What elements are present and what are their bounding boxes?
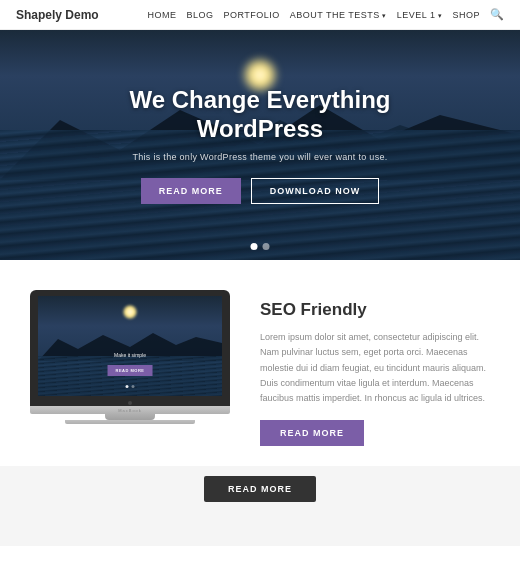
laptop-foot — [65, 420, 195, 424]
nav-shop[interactable]: SHOP — [452, 10, 480, 20]
hero-section: We Change Everything WordPress This is t… — [0, 30, 520, 260]
laptop-camera — [128, 401, 132, 405]
hero-read-more-button[interactable]: READ MORE — [141, 178, 241, 204]
bottom-read-more-button[interactable]: READ MORE — [204, 476, 316, 502]
nav-portfolio[interactable]: PORTFOLIO — [224, 10, 280, 20]
hero-title: We Change Everything WordPress — [130, 86, 391, 144]
main-nav: HOME BLOG PORTFOLIO ABOUT THE TESTS LEVE… — [147, 8, 504, 21]
laptop-screen-outer: Make it simple READ MORE — [30, 290, 230, 400]
seo-title: SEO Friendly — [260, 300, 490, 320]
laptop: Make it simple READ MORE MacBook — [30, 290, 230, 424]
screen-dots — [126, 385, 135, 388]
seo-feature-section: SEO Friendly Lorem ipsum dolor sit amet,… — [260, 290, 490, 446]
screen-water — [38, 356, 222, 396]
screen-cta-button: READ MORE — [108, 365, 153, 376]
hero-dot-1[interactable] — [251, 243, 258, 250]
hero-buttons: READ MORE DOWNLOAD NOW — [130, 178, 391, 204]
hero-download-button[interactable]: DOWNLOAD NOW — [251, 178, 380, 204]
bottom-section: READ MORE — [0, 466, 520, 546]
laptop-mockup: Make it simple READ MORE MacBook — [30, 290, 230, 424]
laptop-brand-label: MacBook — [118, 408, 142, 413]
hero-dot-2[interactable] — [263, 243, 270, 250]
nav-blog[interactable]: BLOG — [186, 10, 213, 20]
hero-subtitle: This is the only WordPress theme you wil… — [130, 152, 391, 162]
search-icon[interactable]: 🔍 — [490, 8, 504, 21]
hero-carousel-dots — [251, 243, 270, 250]
screen-sun — [122, 304, 138, 320]
nav-home[interactable]: HOME — [147, 10, 176, 20]
seo-description: Lorem ipsum dolor sit amet, consectetur … — [260, 330, 490, 406]
laptop-base: MacBook — [30, 406, 230, 414]
nav-level1[interactable]: LEVEL 1 — [397, 10, 443, 20]
hero-content: We Change Everything WordPress This is t… — [130, 86, 391, 204]
header: Shapely Demo HOME BLOG PORTFOLIO ABOUT T… — [0, 0, 520, 30]
screen-hero-text: Make it simple — [114, 352, 146, 358]
nav-about[interactable]: ABOUT THE TESTS — [290, 10, 387, 20]
screen-dot-1 — [126, 385, 129, 388]
site-logo[interactable]: Shapely Demo — [16, 8, 99, 22]
seo-read-more-button[interactable]: READ MORE — [260, 420, 364, 446]
laptop-screen-inner: Make it simple READ MORE — [38, 296, 222, 396]
features-section: Make it simple READ MORE MacBook SEO Fri… — [0, 260, 520, 466]
screen-dot-2 — [132, 385, 135, 388]
